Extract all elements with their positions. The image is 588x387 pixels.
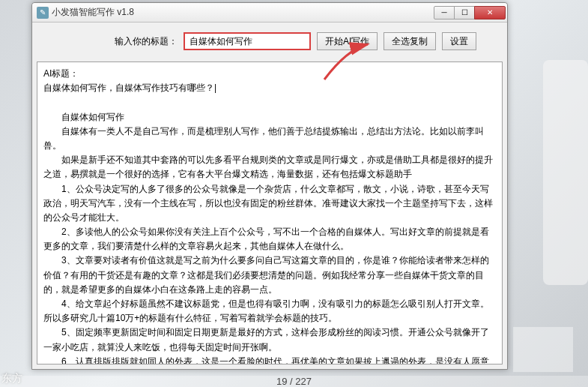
maximize-button[interactable]: ☐ — [454, 6, 475, 20]
window-controls: ─ ☐ ✕ — [434, 6, 506, 20]
app-icon: ✎ — [37, 7, 49, 19]
app-window: ✎ 小发猫智能写作 v1.8 ─ ☐ ✕ 输入你的标题： 开始AI写作 全选复制… — [31, 2, 508, 370]
article-paragraph: 6、认真排版排版就如同人的外表，这是一个看脸的时代，再优美的文章如果披上邋遢的外… — [43, 355, 496, 364]
article-paragraph: 2、多读他人的公众号如果你没有关注上百个公众号，写不出一个合格的自媒体人。写出好… — [43, 225, 496, 254]
article-paragraph: 1、公众号决定写的人多了很多的公众号就像是一个杂货店，什么文章都写，散文，小说，… — [43, 182, 496, 226]
start-ai-button[interactable]: 开始AI写作 — [317, 32, 378, 50]
article-paragraph: 自媒体有一类人不是自己写作，而是梳理别人写作，他们善于总结提炼输出，总结出方法论… — [43, 124, 496, 153]
article-paragraph: 5、固定频率更新固定时间和固定日期更新是最好的方式，这样会形成粉丝的阅读习惯。开… — [43, 326, 496, 354]
title-input[interactable] — [184, 32, 311, 50]
settings-button[interactable]: 设置 — [442, 32, 476, 50]
copy-all-button[interactable]: 全选复制 — [384, 32, 436, 50]
article-paragraph: 4、给文章起个好标题虽然不建议标题党，但是也得有吸引力啊，没有吸引力的标题怎么吸… — [43, 297, 496, 326]
article-paragraph: 如果是新手还不知道其中套路的可以先多看平台规则类的文章或是同行爆文，亦或是借助工… — [43, 153, 496, 182]
bg-decoration — [513, 327, 573, 372]
article-paragraph: 3、文章要对读者有价值这就是写之前为什么要多问自己写这篇文章的目的，你是谁？你能… — [43, 254, 496, 297]
ai-title-value: 自媒体如何写作，自媒体写作技巧有哪些？ — [43, 81, 496, 95]
bg-decoration — [543, 60, 588, 285]
input-label: 输入你的标题： — [115, 35, 178, 48]
window-title: 小发猫智能写作 v1.8 — [52, 6, 434, 19]
article-title: 自媒体如何写作 — [43, 110, 496, 124]
toolbar: 输入你的标题： 开始AI写作 全选复制 设置 — [32, 22, 507, 60]
content-textarea[interactable]: AI标题： 自媒体如何写作，自媒体写作技巧有哪些？ 自媒体如何写作 自媒体有一类… — [37, 62, 503, 364]
ai-title-label: AI标题： — [43, 67, 496, 81]
titlebar[interactable]: ✎ 小发猫智能写作 v1.8 ─ ☐ ✕ — [32, 3, 507, 22]
close-button[interactable]: ✕ — [474, 6, 506, 20]
page-counter: 19 / 227 — [0, 376, 588, 387]
minimize-button[interactable]: ─ — [434, 6, 455, 20]
